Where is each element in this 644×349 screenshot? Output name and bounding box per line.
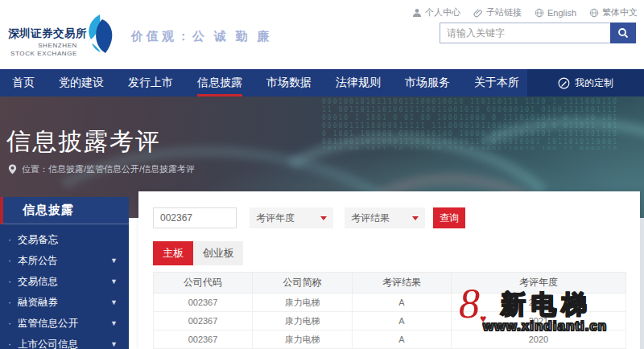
search-icon <box>617 27 629 39</box>
tab-main-board[interactable]: 主板 <box>153 241 193 265</box>
breadcrumb: 位置：信息披露/监管信息公开/信息披露考评 <box>8 163 195 175</box>
personal-center-link[interactable]: 个人中心 <box>412 6 460 18</box>
evaluation-result-dropdown[interactable]: 考评结果 <box>345 207 425 228</box>
bullet-icon: · <box>8 313 11 334</box>
col-header-company-name: 公司简称 <box>253 273 353 294</box>
sidebar-disclosure: 信息披露 · 交易备忘 ▼ · 本所公告 ▼ · 交易信息 ▼ · 融资融券 ▼ <box>0 197 129 349</box>
nav-item-listing[interactable]: 发行上市 <box>128 69 173 96</box>
nav-item-market-services[interactable]: 市场服务 <box>405 69 450 96</box>
logo-chinese-name: 深圳证券交易所 <box>8 27 87 41</box>
chevron-down-icon: ▼ <box>110 271 118 292</box>
logo-english-name: SHENZHEN STOCK EXCHANGE <box>3 42 77 58</box>
subsite-links-link[interactable]: 子站链接 <box>473 6 522 18</box>
col-header-company-code: 公司代码 <box>154 273 253 294</box>
tab-chinext[interactable]: 创业板 <box>193 241 243 265</box>
cell-company-code: 002367 <box>154 294 253 312</box>
edit-circle-icon <box>558 77 570 89</box>
nav-item-market-data[interactable]: 市场数据 <box>266 69 312 96</box>
nav-items: 首页 党的建设 发行上市 信息披露 市场数据 法律规则 市场服务 关于本所 <box>12 69 543 96</box>
values-slogan: 价值观：公 诚 勤 廉 <box>131 29 272 44</box>
traditional-chinese-link[interactable]: 繁体中文 <box>589 6 638 18</box>
cell-eval-year: 2020 <box>452 331 626 349</box>
table-header-row: 公司代码 公司简称 考评结果 考评年度 <box>154 273 626 294</box>
english-language-link[interactable]: English <box>535 8 576 18</box>
sidebar-item-trading-memo[interactable]: · 交易备忘 ▼ <box>0 229 129 250</box>
search-button[interactable] <box>610 23 636 43</box>
bullet-icon: · <box>8 292 11 313</box>
evaluation-year-dropdown[interactable]: 考评年度 <box>250 207 333 228</box>
my-customization-button[interactable]: 我的定制 <box>527 69 644 96</box>
link-icon <box>473 8 483 18</box>
bullet-icon: · <box>8 334 11 349</box>
cell-eval-result: A <box>353 294 452 312</box>
company-code-input[interactable] <box>153 207 237 228</box>
page-title: 信息披露考评 <box>6 125 161 158</box>
nav-item-home[interactable]: 首页 <box>12 69 35 96</box>
cell-eval-result: A <box>353 331 452 349</box>
top-header: 深圳证券交易所 SHENZHEN STOCK EXCHANGE 价值观：公 诚 … <box>0 0 644 69</box>
sidebar-menu: · 交易备忘 ▼ · 本所公告 ▼ · 交易信息 ▼ · 融资融券 ▼ · 监管 <box>0 224 129 349</box>
cell-company-name: 康力电梯 <box>253 312 353 331</box>
cell-company-name: 康力电梯 <box>253 294 353 312</box>
nav-item-about[interactable]: 关于本所 <box>474 69 519 96</box>
cell-eval-year: 2021 <box>452 312 626 331</box>
table-row: 002367 康力电梯 A 2020 <box>154 331 626 349</box>
caret-down-icon <box>320 216 327 220</box>
chevron-down-icon: ▼ <box>110 292 118 313</box>
table-row: 002367 康力电梯 A 2022 <box>154 294 626 312</box>
evaluation-table: 公司代码 公司简称 考评结果 考评年度 002367 康力电梯 A 2022 0… <box>153 272 626 349</box>
sidebar-title: 信息披露 <box>0 197 129 224</box>
cell-company-name: 康力电梯 <box>253 331 353 349</box>
nav-item-party-building[interactable]: 党的建设 <box>59 69 104 96</box>
site-search <box>440 23 636 43</box>
query-button[interactable]: 查询 <box>433 207 465 228</box>
utility-links: 个人中心 子站链接 English 繁体中文 <box>412 6 638 18</box>
content-card: 考评年度 考评结果 查询 主板 创业板 公司代码 公司简称 考评结果 考评年度 <box>138 191 640 349</box>
szse-website: 深圳证券交易所 SHENZHEN STOCK EXCHANGE 价值观：公 诚 … <box>0 0 644 349</box>
col-header-eval-result: 考评结果 <box>353 273 452 294</box>
bullet-icon: · <box>8 229 11 250</box>
globe-icon <box>535 8 544 18</box>
location-pin-icon <box>8 164 17 174</box>
chevron-down-icon: ▼ <box>110 334 118 349</box>
page-edge <box>640 218 644 349</box>
sidebar-item-exchange-announcements[interactable]: · 本所公告 ▼ <box>0 250 129 271</box>
sidebar-item-regulatory-disclosure[interactable]: · 监管信息公开 ▼ <box>0 313 129 334</box>
cell-company-code: 002367 <box>154 331 253 349</box>
cell-eval-year: 2022 <box>452 294 626 312</box>
sidebar-item-listed-company-info[interactable]: · 上市公司信息 ▼ <box>0 334 129 349</box>
cell-company-code: 002367 <box>154 312 253 331</box>
nav-item-disclosure[interactable]: 信息披露 <box>197 69 242 96</box>
nav-item-rules[interactable]: 法律规则 <box>336 69 381 96</box>
bullet-icon: · <box>8 250 11 271</box>
caret-down-icon <box>412 216 419 220</box>
board-tabs: 主板 创业板 <box>153 241 243 265</box>
bullet-icon: · <box>8 271 11 292</box>
cell-eval-result: A <box>353 312 452 331</box>
sidebar-item-margin-trading[interactable]: · 融资融券 ▼ <box>0 292 129 313</box>
col-header-eval-year: 考评年度 <box>452 273 626 294</box>
main-nav: 首页 党的建设 发行上市 信息披露 市场数据 法律规则 市场服务 关于本所 我的… <box>0 69 644 96</box>
chevron-down-icon: ▼ <box>110 313 118 334</box>
table-row: 002367 康力电梯 A 2021 <box>154 312 626 331</box>
sidebar-item-trading-info[interactable]: · 交易信息 ▼ <box>0 271 129 292</box>
search-input[interactable] <box>440 23 610 43</box>
chevron-down-icon: ▼ <box>110 250 118 271</box>
person-icon <box>412 8 422 18</box>
szse-logo-icon <box>80 13 122 58</box>
globe-icon <box>589 8 599 18</box>
